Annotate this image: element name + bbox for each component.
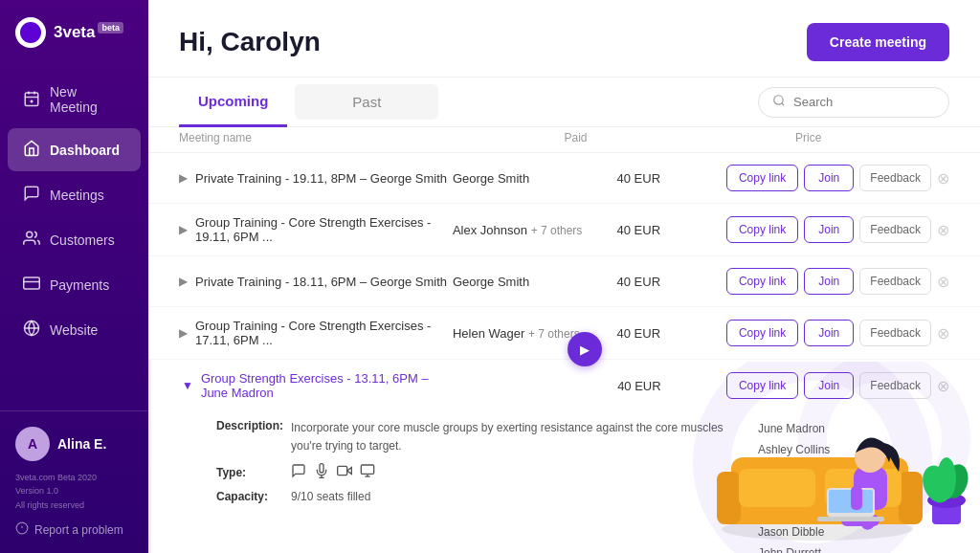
logo: 3vetabeta [0, 0, 148, 63]
feedback-button[interactable]: Feedback [859, 320, 931, 346]
expand-icon[interactable]: ▶ [179, 223, 188, 236]
meeting-name-text: Private Training - 18.11, 6PM – George S… [195, 275, 447, 289]
report-icon [15, 521, 29, 538]
meetings-icon [23, 185, 40, 205]
price-cell: 40 EUR [617, 379, 726, 393]
content-area: Meeting name Paid Price ▶ Private Traini… [148, 127, 980, 553]
meeting-name-text: Group Training - Core Strength Exercises… [195, 215, 453, 244]
sidebar-item-meetings[interactable]: Meetings [8, 173, 141, 216]
paid-name: Helen Wager [453, 326, 524, 341]
close-button[interactable]: ⊗ [937, 169, 949, 188]
tab-upcoming[interactable]: Upcoming [179, 77, 287, 127]
avatar: A [15, 427, 50, 461]
app-name-text: 3veta [54, 23, 95, 41]
search-icon [772, 94, 786, 111]
meeting-name-text: Private Training - 19.11, 8PM – George S… [195, 171, 447, 186]
paid-name: George Smith [453, 275, 529, 289]
screen-share-icon [360, 463, 375, 482]
meeting-name-cell: ▶ Private Training - 19.11, 8PM – George… [179, 171, 453, 186]
create-meeting-button[interactable]: Create meeting [807, 23, 949, 61]
close-button[interactable]: ⊗ [937, 221, 949, 239]
close-button[interactable]: ⊗ [937, 377, 949, 395]
svg-line-15 [782, 102, 785, 105]
nav: New Meeting Dashboard Meetings Customers… [0, 63, 148, 410]
price-cell: 40 EUR [617, 275, 726, 289]
table-header: Meeting name Paid Price [148, 127, 980, 153]
feedback-button[interactable]: Feedback [859, 268, 931, 295]
close-button[interactable]: ⊗ [937, 273, 949, 291]
row-actions: Copy link Join Feedback ⊗ [726, 216, 949, 243]
meeting-name-text: Group Strength Exercises - 13.11, 6PM – … [201, 371, 455, 400]
sidebar-item-new-meeting[interactable]: New Meeting [8, 73, 141, 126]
meeting-name-cell: ▶ Group Training - Core Strength Exercis… [179, 319, 453, 347]
meeting-name-cell: ▼ Group Strength Exercises - 13.11, 6PM … [182, 371, 454, 400]
dashboard-icon [23, 140, 40, 160]
play-button[interactable]: ▶ [568, 332, 602, 366]
feedback-button[interactable]: Feedback [859, 372, 931, 399]
tab-past[interactable]: Past [295, 84, 438, 120]
row-actions: Copy link Join Feedback ⊗ [726, 372, 949, 399]
join-button[interactable]: Join [804, 372, 854, 399]
customers-icon [23, 230, 40, 250]
row-main: ▶ Group Training - Core Strength Exercis… [148, 204, 980, 255]
tabs-bar: Upcoming Past [148, 77, 980, 127]
sidebar-item-payments[interactable]: Payments [8, 263, 141, 306]
feedback-button[interactable]: Feedback [859, 216, 931, 243]
join-button[interactable]: Join [804, 216, 854, 243]
logo-circle [15, 17, 46, 48]
sidebar-item-label: Customers [50, 232, 115, 248]
join-button[interactable]: Join [804, 268, 854, 295]
chat-icon [291, 463, 306, 482]
search-box [758, 87, 949, 118]
report-text: Report a problem [34, 523, 123, 537]
video-icon [337, 463, 352, 482]
row-main: ▼ Group Strength Exercises - 13.11, 6PM … [151, 360, 980, 411]
copy-link-button[interactable]: Copy link [726, 216, 798, 243]
expand-icon[interactable]: ▼ [182, 379, 193, 392]
attendee-name: Ashley Collins [758, 440, 949, 461]
search-input[interactable] [793, 95, 935, 109]
new-meeting-icon [23, 90, 40, 110]
report-problem-link[interactable]: Report a problem [15, 521, 133, 538]
svg-point-14 [774, 95, 783, 103]
type-label: Type: [216, 466, 283, 479]
sidebar-item-customers[interactable]: Customers [8, 218, 141, 261]
page-title: Hi, Carolyn [179, 27, 321, 57]
paid-cell: George Smith [453, 275, 617, 289]
join-button[interactable]: Join [804, 165, 854, 191]
type-icons [291, 463, 375, 482]
sidebar-item-label: Payments [50, 277, 109, 293]
copy-link-button[interactable]: Copy link [726, 268, 798, 295]
price-cell: 40 EUR [617, 223, 726, 237]
copy-link-button[interactable]: Copy link [726, 372, 798, 399]
copy-link-button[interactable]: Copy link [726, 165, 798, 191]
attendee-name: John Durrett [758, 543, 949, 553]
app-name: 3vetabeta [54, 23, 123, 42]
table-row: ▶ Group Training - Core Strength Exercis… [148, 204, 980, 256]
paid-name: George Smith [453, 171, 529, 186]
expand-icon[interactable]: ▶ [179, 326, 188, 340]
website-icon [23, 320, 40, 340]
svg-rect-0 [25, 93, 38, 106]
description-text: Incorporate your core muscle groups by e… [291, 419, 739, 455]
attendees-panel: June MadronAshley CollinsJames CopelandG… [758, 419, 949, 553]
sidebar-footer: A Alina E. 3veta.com Beta 2020 Version 1… [0, 410, 148, 553]
close-button[interactable]: ⊗ [937, 324, 949, 343]
expand-icon[interactable]: ▶ [179, 171, 188, 185]
beta-label: beta [98, 22, 123, 33]
table-row: ▶ Private Training - 18.11, 6PM – George… [148, 256, 980, 307]
feedback-button[interactable]: Feedback [859, 165, 931, 191]
sidebar: 3vetabeta New Meeting Dashboard Meetings [0, 0, 148, 553]
paid-cell: George Smith [453, 171, 617, 186]
paid-name: Alex Johnson [453, 223, 527, 237]
price-cell: 40 EUR [617, 326, 726, 341]
join-button[interactable]: Join [804, 320, 854, 346]
sidebar-item-label: Meetings [50, 188, 104, 203]
table-row: ▼ Group Strength Exercises - 13.11, 6PM … [148, 360, 980, 553]
attendees-list: June MadronAshley CollinsJames CopelandG… [758, 419, 949, 553]
sidebar-item-dashboard[interactable]: Dashboard [8, 128, 141, 171]
copy-link-button[interactable]: Copy link [726, 320, 798, 346]
expand-icon[interactable]: ▶ [179, 275, 188, 288]
meeting-name-cell: ▶ Private Training - 18.11, 6PM – George… [179, 275, 453, 289]
sidebar-item-website[interactable]: Website [8, 308, 141, 351]
